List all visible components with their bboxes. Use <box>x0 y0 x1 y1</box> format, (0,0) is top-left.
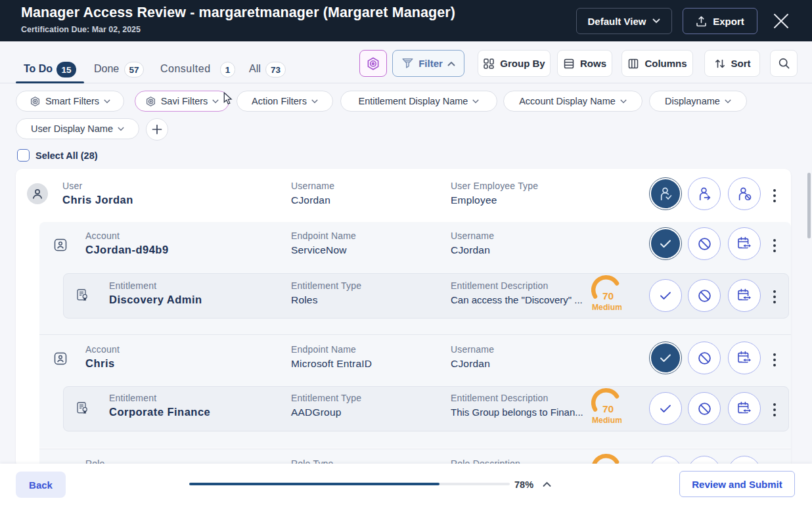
svg-text:70: 70 <box>602 290 614 301</box>
svg-text:70: 70 <box>602 403 614 414</box>
svg-text:Medium: Medium <box>592 416 621 425</box>
svg-text:Medium: Medium <box>592 303 621 312</box>
